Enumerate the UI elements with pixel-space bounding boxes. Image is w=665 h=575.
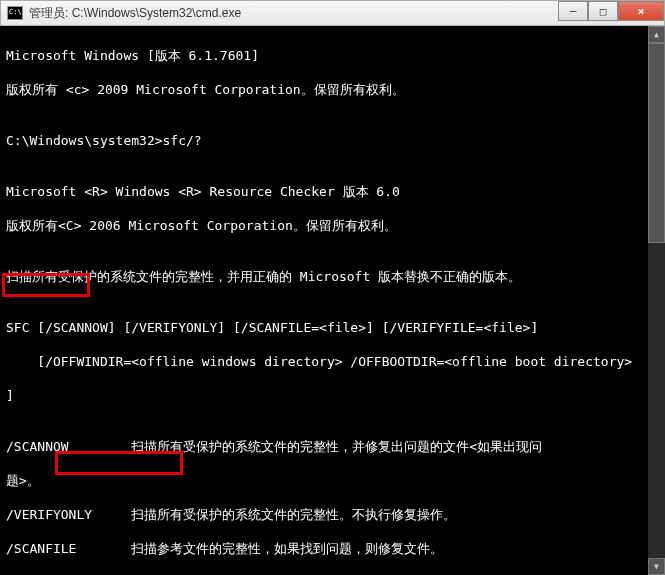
terminal-line: /SCANFILE 扫描参考文件的完整性，如果找到问题，则修复文件。	[6, 540, 659, 557]
terminal-line: SFC [/SCANNOW] [/VERIFYONLY] [/SCANFILE=…	[6, 319, 659, 336]
vertical-scrollbar[interactable]: ▲ ▼	[648, 26, 665, 575]
terminal-line: /VERIFYONLY 扫描所有受保护的系统文件的完整性。不执行修复操作。	[6, 506, 659, 523]
window-title: 管理员: C:\Windows\System32\cmd.exe	[29, 5, 241, 22]
cmd-icon	[7, 6, 23, 20]
window-controls: ─ □ ×	[558, 1, 664, 21]
close-button[interactable]: ×	[618, 1, 664, 21]
terminal-line: C:\Windows\system32>sfc/?	[6, 132, 659, 149]
scroll-up-button[interactable]: ▲	[648, 26, 665, 43]
terminal-line: /SCANNOW 扫描所有受保护的系统文件的完整性，并修复出问题的文件<如果出现…	[6, 438, 659, 455]
terminal-output[interactable]: Microsoft Windows [版本 6.1.7601] 版权所有 <c>…	[0, 26, 665, 575]
terminal-line: 版权所有<C> 2006 Microsoft Corporation。保留所有权…	[6, 217, 659, 234]
terminal-line: ]	[6, 387, 659, 404]
scroll-down-button[interactable]: ▼	[648, 558, 665, 575]
terminal-line: 题>。	[6, 472, 659, 489]
maximize-button[interactable]: □	[588, 1, 618, 21]
window-titlebar[interactable]: 管理员: C:\Windows\System32\cmd.exe ─ □ ×	[0, 0, 665, 26]
terminal-line: [/OFFWINDIR=<offline windows directory> …	[6, 353, 659, 370]
terminal-line: 版权所有 <c> 2009 Microsoft Corporation。保留所有…	[6, 81, 659, 98]
terminal-line: Microsoft <R> Windows <R> Resource Check…	[6, 183, 659, 200]
terminal-line: 扫描所有受保护的系统文件的完整性，并用正确的 Microsoft 版本替换不正确…	[6, 268, 659, 285]
scroll-thumb[interactable]	[648, 43, 665, 243]
terminal-line: Microsoft Windows [版本 6.1.7601]	[6, 47, 659, 64]
scroll-track[interactable]	[648, 43, 665, 558]
minimize-button[interactable]: ─	[558, 1, 588, 21]
